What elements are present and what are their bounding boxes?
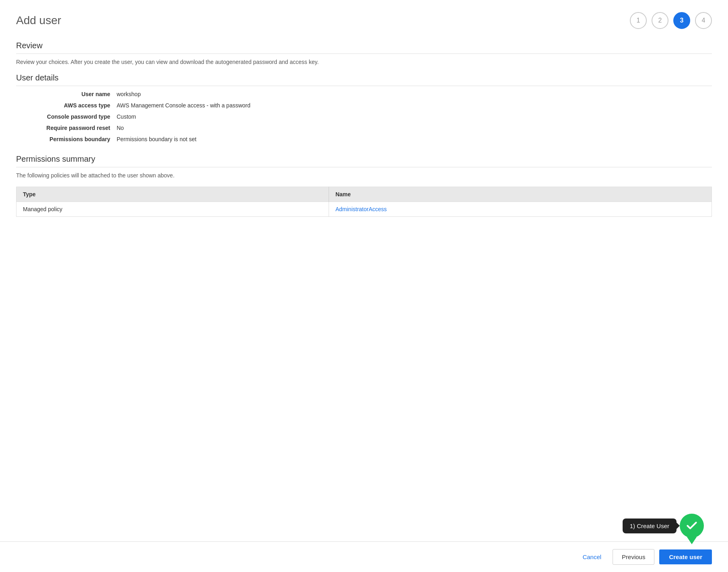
- create-user-button[interactable]: Create user: [659, 549, 712, 564]
- previous-button[interactable]: Previous: [613, 549, 654, 565]
- permissions-summary-divider: [16, 167, 712, 167]
- value-password-type: Custom: [117, 113, 136, 120]
- detail-row-access-type: AWS access type AWS Management Console a…: [24, 102, 712, 109]
- permissions-summary-description: The following policies will be attached …: [16, 172, 712, 179]
- review-description: Review your choices. After you create th…: [16, 59, 712, 65]
- cancel-button[interactable]: Cancel: [576, 549, 608, 564]
- user-details-title: User details: [16, 73, 712, 82]
- detail-row-username: User name workshop: [24, 91, 712, 97]
- permissions-table: Type Name Managed policy AdministratorAc…: [16, 187, 712, 217]
- permissions-summary-section: Permissions summary The following polici…: [16, 154, 712, 217]
- step-indicators: 1 2 3 4: [630, 12, 712, 29]
- user-details-divider: [16, 86, 712, 86]
- table-header-row: Type Name: [16, 187, 712, 202]
- col-type: Type: [16, 187, 329, 202]
- value-username: workshop: [117, 91, 141, 97]
- cell-type: Managed policy: [16, 202, 329, 217]
- user-details-section: User details User name workshop AWS acce…: [16, 73, 712, 142]
- page-header: Add user 1 2 3 4: [16, 12, 712, 29]
- detail-row-password-reset: Require password reset No: [24, 125, 712, 131]
- step-2: 2: [652, 12, 668, 29]
- review-divider: [16, 53, 712, 54]
- policy-link[interactable]: AdministratorAccess: [335, 206, 387, 212]
- page-wrapper: Add user 1 2 3 4 Review Review your choi…: [0, 0, 728, 265]
- label-permissions-boundary: Permissions boundary: [24, 136, 117, 142]
- label-password-type: Console password type: [24, 113, 117, 120]
- tooltip-bubble: 1) Create User: [623, 519, 677, 533]
- tooltip-pointer: [687, 537, 697, 544]
- step-4: 4: [695, 12, 712, 29]
- step-3: 3: [673, 12, 690, 29]
- bottom-bar: Cancel Previous Create user: [0, 541, 728, 572]
- label-password-reset: Require password reset: [24, 125, 117, 131]
- review-section: Review Review your choices. After you cr…: [16, 41, 712, 65]
- page-title: Add user: [16, 14, 61, 27]
- cell-name: AdministratorAccess: [329, 202, 712, 217]
- review-section-title: Review: [16, 41, 712, 50]
- value-access-type: AWS Management Console access - with a p…: [117, 102, 251, 109]
- tooltip-overlay: 1) Create User: [623, 514, 704, 538]
- value-permissions-boundary: Permissions boundary is not set: [117, 136, 196, 142]
- label-access-type: AWS access type: [24, 102, 117, 109]
- detail-row-password-type: Console password type Custom: [24, 113, 712, 120]
- step-1: 1: [630, 12, 647, 29]
- check-icon-container: [680, 514, 704, 538]
- details-table: User name workshop AWS access type AWS M…: [24, 91, 712, 142]
- tooltip-text: 1) Create User: [630, 523, 669, 529]
- permissions-summary-title: Permissions summary: [16, 154, 712, 164]
- table-row: Managed policy AdministratorAccess: [16, 202, 712, 217]
- label-username: User name: [24, 91, 117, 97]
- col-name: Name: [329, 187, 712, 202]
- check-circle-icon: [680, 514, 704, 538]
- value-password-reset: No: [117, 125, 124, 131]
- detail-row-permissions-boundary: Permissions boundary Permissions boundar…: [24, 136, 712, 142]
